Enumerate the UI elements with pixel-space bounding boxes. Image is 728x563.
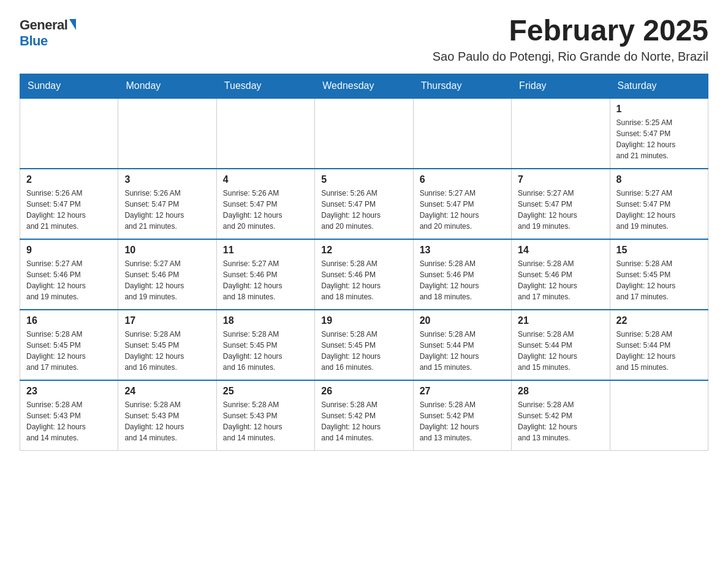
calendar-cell: 5Sunrise: 5:26 AMSunset: 5:47 PMDaylight…	[315, 169, 413, 239]
day-info: Sunrise: 5:28 AMSunset: 5:46 PMDaylight:…	[420, 258, 505, 302]
week-row-3: 9Sunrise: 5:27 AMSunset: 5:46 PMDaylight…	[20, 239, 708, 310]
day-info: Sunrise: 5:27 AMSunset: 5:46 PMDaylight:…	[124, 258, 210, 302]
day-number: 1	[616, 104, 702, 115]
calendar-cell: 11Sunrise: 5:27 AMSunset: 5:46 PMDayligh…	[216, 239, 314, 310]
day-info: Sunrise: 5:28 AMSunset: 5:42 PMDaylight:…	[420, 399, 505, 443]
day-number: 21	[518, 315, 603, 326]
day-info: Sunrise: 5:28 AMSunset: 5:45 PMDaylight:…	[26, 329, 112, 373]
calendar-cell: 28Sunrise: 5:28 AMSunset: 5:42 PMDayligh…	[512, 380, 610, 451]
month-title: February 2025	[433, 15, 708, 47]
calendar-cell: 3Sunrise: 5:26 AMSunset: 5:47 PMDaylight…	[118, 169, 216, 239]
calendar-cell: 2Sunrise: 5:26 AMSunset: 5:47 PMDaylight…	[20, 169, 118, 239]
calendar-cell: 26Sunrise: 5:28 AMSunset: 5:42 PMDayligh…	[315, 380, 413, 451]
logo: General Blue	[20, 15, 76, 49]
calendar-cell: 18Sunrise: 5:28 AMSunset: 5:45 PMDayligh…	[216, 310, 314, 380]
day-number: 18	[223, 315, 308, 326]
day-info: Sunrise: 5:27 AMSunset: 5:46 PMDaylight:…	[26, 258, 112, 302]
title-section: February 2025 Sao Paulo do Potengi, Rio …	[433, 15, 708, 64]
day-number: 13	[420, 245, 505, 256]
day-info: Sunrise: 5:27 AMSunset: 5:47 PMDaylight:…	[616, 188, 702, 232]
day-number: 15	[616, 245, 702, 256]
calendar-cell: 13Sunrise: 5:28 AMSunset: 5:46 PMDayligh…	[413, 239, 511, 310]
day-info: Sunrise: 5:28 AMSunset: 5:43 PMDaylight:…	[124, 399, 210, 443]
day-number: 6	[420, 174, 505, 185]
day-number: 7	[518, 174, 603, 185]
header-saturday: Saturday	[610, 74, 708, 98]
day-info: Sunrise: 5:28 AMSunset: 5:43 PMDaylight:…	[223, 399, 308, 443]
day-number: 3	[124, 174, 210, 185]
calendar-cell: 7Sunrise: 5:27 AMSunset: 5:47 PMDaylight…	[512, 169, 610, 239]
day-number: 5	[321, 174, 406, 185]
day-number: 19	[321, 315, 406, 326]
header-friday: Friday	[512, 74, 610, 98]
day-info: Sunrise: 5:28 AMSunset: 5:42 PMDaylight:…	[321, 399, 406, 443]
calendar-cell	[512, 98, 610, 169]
day-info: Sunrise: 5:26 AMSunset: 5:47 PMDaylight:…	[223, 188, 308, 232]
day-number: 26	[321, 386, 406, 397]
day-info: Sunrise: 5:28 AMSunset: 5:45 PMDaylight:…	[321, 329, 406, 373]
calendar-cell: 10Sunrise: 5:27 AMSunset: 5:46 PMDayligh…	[118, 239, 216, 310]
day-number: 12	[321, 245, 406, 256]
calendar-cell: 1Sunrise: 5:25 AMSunset: 5:47 PMDaylight…	[610, 98, 708, 169]
calendar-cell	[610, 380, 708, 451]
calendar-cell	[315, 98, 413, 169]
day-number: 27	[420, 386, 505, 397]
day-info: Sunrise: 5:28 AMSunset: 5:45 PMDaylight:…	[616, 258, 702, 302]
week-row-4: 16Sunrise: 5:28 AMSunset: 5:45 PMDayligh…	[20, 310, 708, 380]
calendar-cell	[118, 98, 216, 169]
day-info: Sunrise: 5:26 AMSunset: 5:47 PMDaylight:…	[124, 188, 210, 232]
day-info: Sunrise: 5:26 AMSunset: 5:47 PMDaylight:…	[26, 188, 112, 232]
calendar-cell: 8Sunrise: 5:27 AMSunset: 5:47 PMDaylight…	[610, 169, 708, 239]
day-info: Sunrise: 5:28 AMSunset: 5:46 PMDaylight:…	[518, 258, 603, 302]
header-monday: Monday	[118, 74, 216, 98]
header-tuesday: Tuesday	[216, 74, 314, 98]
day-number: 8	[616, 174, 702, 185]
day-info: Sunrise: 5:28 AMSunset: 5:44 PMDaylight:…	[518, 329, 603, 373]
header-wednesday: Wednesday	[315, 74, 413, 98]
day-number: 28	[518, 386, 603, 397]
calendar-cell: 4Sunrise: 5:26 AMSunset: 5:47 PMDaylight…	[216, 169, 314, 239]
day-number: 22	[616, 315, 702, 326]
calendar-cell: 21Sunrise: 5:28 AMSunset: 5:44 PMDayligh…	[512, 310, 610, 380]
week-row-2: 2Sunrise: 5:26 AMSunset: 5:47 PMDaylight…	[20, 169, 708, 239]
logo-blue: Blue	[20, 33, 48, 49]
calendar-cell: 16Sunrise: 5:28 AMSunset: 5:45 PMDayligh…	[20, 310, 118, 380]
day-info: Sunrise: 5:27 AMSunset: 5:47 PMDaylight:…	[420, 188, 505, 232]
week-row-5: 23Sunrise: 5:28 AMSunset: 5:43 PMDayligh…	[20, 380, 708, 451]
day-number: 24	[124, 386, 210, 397]
day-info: Sunrise: 5:27 AMSunset: 5:47 PMDaylight:…	[518, 188, 603, 232]
calendar-cell: 17Sunrise: 5:28 AMSunset: 5:45 PMDayligh…	[118, 310, 216, 380]
day-info: Sunrise: 5:28 AMSunset: 5:42 PMDaylight:…	[518, 399, 603, 443]
day-number: 16	[26, 315, 112, 326]
day-number: 9	[26, 245, 112, 256]
logo-general: General	[20, 17, 67, 33]
day-info: Sunrise: 5:27 AMSunset: 5:46 PMDaylight:…	[223, 258, 308, 302]
calendar-cell: 9Sunrise: 5:27 AMSunset: 5:46 PMDaylight…	[20, 239, 118, 310]
calendar-cell: 14Sunrise: 5:28 AMSunset: 5:46 PMDayligh…	[512, 239, 610, 310]
calendar-cell	[20, 98, 118, 169]
calendar-cell: 24Sunrise: 5:28 AMSunset: 5:43 PMDayligh…	[118, 380, 216, 451]
day-number: 20	[420, 315, 505, 326]
calendar-cell: 15Sunrise: 5:28 AMSunset: 5:45 PMDayligh…	[610, 239, 708, 310]
calendar-table: SundayMondayTuesdayWednesdayThursdayFrid…	[20, 74, 708, 451]
day-info: Sunrise: 5:28 AMSunset: 5:45 PMDaylight:…	[124, 329, 210, 373]
location-title: Sao Paulo do Potengi, Rio Grande do Nort…	[433, 50, 708, 64]
calendar-cell: 27Sunrise: 5:28 AMSunset: 5:42 PMDayligh…	[413, 380, 511, 451]
calendar-cell: 12Sunrise: 5:28 AMSunset: 5:46 PMDayligh…	[315, 239, 413, 310]
day-number: 10	[124, 245, 210, 256]
day-info: Sunrise: 5:28 AMSunset: 5:43 PMDaylight:…	[26, 399, 112, 443]
calendar-cell: 19Sunrise: 5:28 AMSunset: 5:45 PMDayligh…	[315, 310, 413, 380]
logo-triangle-icon	[69, 19, 76, 30]
calendar-cell	[216, 98, 314, 169]
day-number: 2	[26, 174, 112, 185]
header-thursday: Thursday	[413, 74, 511, 98]
day-info: Sunrise: 5:28 AMSunset: 5:44 PMDaylight:…	[420, 329, 505, 373]
calendar-cell: 25Sunrise: 5:28 AMSunset: 5:43 PMDayligh…	[216, 380, 314, 451]
day-info: Sunrise: 5:25 AMSunset: 5:47 PMDaylight:…	[616, 117, 702, 161]
day-info: Sunrise: 5:28 AMSunset: 5:45 PMDaylight:…	[223, 329, 308, 373]
day-info: Sunrise: 5:26 AMSunset: 5:47 PMDaylight:…	[321, 188, 406, 232]
day-info: Sunrise: 5:28 AMSunset: 5:44 PMDaylight:…	[616, 329, 702, 373]
day-number: 14	[518, 245, 603, 256]
calendar-cell: 23Sunrise: 5:28 AMSunset: 5:43 PMDayligh…	[20, 380, 118, 451]
week-row-1: 1Sunrise: 5:25 AMSunset: 5:47 PMDaylight…	[20, 98, 708, 169]
